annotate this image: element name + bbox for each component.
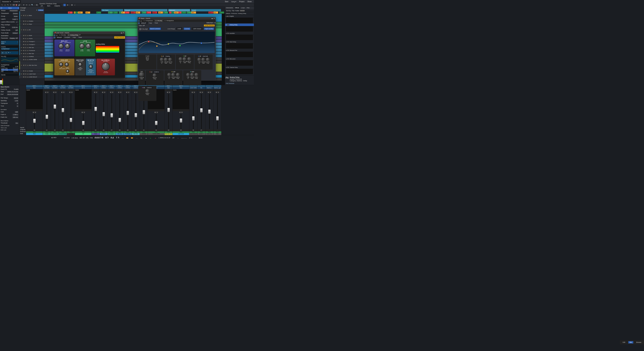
- chan-in[interactable]: Input 1: [124, 85, 132, 87]
- chord-block[interactable]: G: [163, 11, 168, 13]
- chan-mute[interactable]: M: [134, 91, 136, 93]
- chan-name[interactable]: Guitar: [43, 133, 51, 135]
- track-solo[interactable]: S: [25, 64, 26, 66]
- chan-read[interactable]: Read: [108, 131, 116, 133]
- browser-item[interactable]: ▸ FX Beat Delay: [225, 41, 254, 43]
- paste-btn[interactable]: Paste: [77, 36, 83, 39]
- compare-btn[interactable]: Compare: [63, 36, 72, 39]
- track-rec[interactable]: ●: [27, 64, 28, 66]
- ampire-item[interactable]: ▸ 📼 Ampire: [225, 15, 254, 18]
- chord-block[interactable]: Dm7: [152, 11, 157, 13]
- chord-block[interactable]: Am: [214, 11, 218, 13]
- proeq-insert[interactable]: Pro EQ: [1, 55, 18, 63]
- track-rec[interactable]: ●: [27, 41, 28, 42]
- chan-solo[interactable]: S: [136, 91, 138, 93]
- chan-mute[interactable]: M: [32, 111, 34, 113]
- chan-mute[interactable]: M: [69, 91, 71, 93]
- browser-tab[interactable]: Instruments: [225, 7, 234, 9]
- chan-solo[interactable]: S: [63, 91, 65, 93]
- track-solo[interactable]: S: [25, 73, 26, 75]
- chan-in[interactable]: Input 1: [75, 85, 92, 87]
- track-solo[interactable]: S: [25, 38, 26, 39]
- chan-mute[interactable]: M: [53, 91, 55, 93]
- end-icon[interactable]: ⏭: [135, 137, 138, 139]
- eq-paste[interactable]: Paste: [153, 22, 159, 24]
- arrange-marker[interactable]: Chorus1: [124, 9, 168, 11]
- time-knob[interactable]: [58, 43, 64, 49]
- evstart[interactable]: 00001.01.01.00: [7, 91, 18, 93]
- insp-fader[interactable]: [1, 78, 1, 85]
- normalize-btn[interactable]: Normalize: [1, 108, 18, 111]
- freq-knob[interactable]: [146, 89, 149, 93]
- chan-out[interactable]: KEYS: [75, 87, 92, 89]
- track-mute[interactable]: M: [23, 23, 24, 25]
- freq-knob[interactable]: [176, 73, 180, 76]
- parameter-menu[interactable]: Parameter ▾: [1, 0, 12, 3]
- tempo-icon[interactable]: ♪: [74, 4, 76, 6]
- gain-knob[interactable]: [164, 58, 168, 61]
- chord-block[interactable]: Dm7: [131, 11, 135, 13]
- track-rec[interactable]: ●: [27, 50, 28, 51]
- gain-knob[interactable]: [183, 57, 186, 61]
- mixer-external[interactable]: External: [20, 131, 25, 132]
- show-menu[interactable]: Show: [246, 0, 253, 3]
- listen-tool-icon[interactable]: 🔊: [18, 4, 20, 6]
- oct-dd[interactable]: 12th Octave: [192, 27, 202, 30]
- main-counter[interactable]: 00028.02.04.13: [94, 136, 120, 139]
- width-knob[interactable]: [89, 65, 93, 69]
- play-icon[interactable]: ▶: [149, 137, 152, 139]
- chord-block[interactable]: Dm7: [208, 11, 213, 13]
- chan-read[interactable]: Read: [26, 131, 43, 133]
- ripple-icon[interactable]: ⇉: [66, 4, 68, 6]
- browser-item[interactable]: ▸ FX Binaural Pan: [225, 49, 254, 52]
- chan-pan[interactable]: [26, 109, 43, 111]
- record-icon[interactable]: ⏺: [154, 137, 157, 139]
- chan-pan[interactable]: [116, 89, 124, 91]
- chan-read[interactable]: Read: [173, 131, 189, 133]
- fadeout[interactable]: 239 ms: [12, 116, 18, 118]
- ff-icon[interactable]: ⏩: [130, 137, 134, 139]
- chan-out[interactable]: HORNS: [108, 87, 116, 89]
- chan-fader[interactable]: [148, 113, 164, 129]
- chan-solo[interactable]: S: [47, 91, 49, 93]
- chan-solo[interactable]: S: [156, 111, 158, 113]
- timeline-ruler[interactable]: [44, 7, 225, 9]
- chan-name[interactable]: Listen Bus: [206, 133, 213, 135]
- control-menu[interactable]: Control ▾: [12, 0, 21, 3]
- chan-read[interactable]: Read: [148, 131, 164, 133]
- q-knob[interactable]: [198, 58, 201, 61]
- track-mute[interactable]: M: [23, 41, 24, 42]
- tab-dd-icon[interactable]: ▾: [80, 34, 80, 36]
- metronome-icon[interactable]: △: [176, 137, 180, 139]
- track-mute[interactable]: M: [23, 47, 24, 48]
- track-mute[interactable]: M: [23, 35, 24, 36]
- stop-icon[interactable]: ⏹: [144, 137, 148, 139]
- freq-knob[interactable]: [153, 73, 156, 77]
- chan-name[interactable]: HORN VERB: [148, 133, 164, 135]
- chan-solo[interactable]: S: [181, 111, 183, 113]
- track-header[interactable]: 30MS●Bari Sax: [20, 52, 44, 55]
- track-mute[interactable]: M: [23, 53, 24, 54]
- speed-knob[interactable]: [79, 43, 85, 49]
- chord-block[interactable]: Am7: [78, 11, 83, 13]
- feedback-knob[interactable]: [65, 43, 70, 49]
- chan-fader[interactable]: [92, 93, 100, 129]
- bendmarker[interactable]: Bend Marker: [1, 120, 18, 122]
- amount-knob[interactable]: [86, 43, 91, 49]
- track-solo[interactable]: S: [25, 53, 26, 54]
- chan-pan[interactable]: [148, 109, 164, 111]
- freq-knob[interactable]: [206, 58, 210, 61]
- insp-val[interactable]: 0.00 ms: [12, 26, 18, 28]
- pin-icon[interactable]: 📌: [54, 32, 56, 33]
- track-rec[interactable]: ●: [27, 70, 28, 72]
- browser-item[interactable]: ▸ FX Bitcrusher: [225, 58, 254, 60]
- track-solo[interactable]: S: [25, 35, 26, 36]
- insp-val[interactable]: [17, 24, 18, 25]
- track-solo[interactable]: S: [25, 70, 26, 72]
- track-rec[interactable]: ●: [27, 35, 28, 36]
- close2-icon[interactable]: ✕: [214, 17, 215, 19]
- threshold[interactable]: 5%: [15, 122, 18, 124]
- chan-fader[interactable]: [43, 93, 51, 129]
- chan-mute[interactable]: M: [216, 91, 217, 93]
- chan-read[interactable]: Read: [116, 131, 124, 133]
